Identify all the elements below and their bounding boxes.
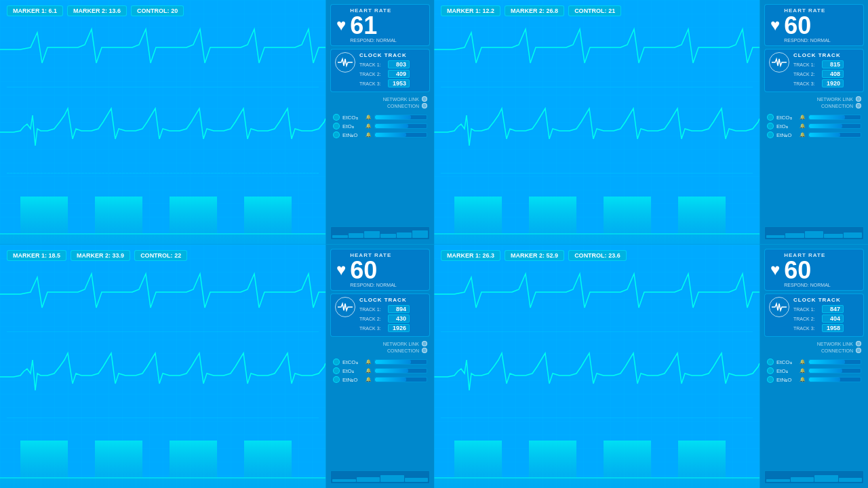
ecg-wave-br-2 <box>434 336 760 414</box>
ct-label: CLOCK TRACK <box>359 52 425 58</box>
mini-bar-item <box>380 234 396 238</box>
control-badge: CONTROL: 20 <box>131 5 184 16</box>
marker2-badge: MARKER 2: 13.6 <box>67 5 127 16</box>
gas3-bar <box>374 132 427 138</box>
gas2-bar <box>374 123 427 129</box>
track3-value: 1953 <box>388 79 410 87</box>
clock-icon <box>335 52 355 73</box>
gas-row-3: EtN₂O 🔔 <box>333 131 427 138</box>
heart-icon-tr: ♥ <box>770 16 780 35</box>
info-panel-top-left: ♥ HEART RATE 61 RESPOND: NORMAL CLOCK TR… <box>326 0 434 244</box>
gas1-label: EtCO₂ <box>342 115 363 121</box>
network-dot <box>422 96 427 102</box>
ecg-wave-bl-2 <box>0 336 326 414</box>
control-badge-tr: CONTROL: 21 <box>568 5 621 16</box>
track2-label: TRACK 2: <box>359 72 385 77</box>
track1-label: TRACK 1: <box>359 62 385 67</box>
info-panel-bottom-left: ♥ HEART RATE 60 RESPOND: NORMAL CLOCK TR… <box>326 244 434 488</box>
pulse-shapes <box>0 176 326 244</box>
info-panel-bottom-right: ♥ HEART RATE 60 RESPOND: NORMAL CLOCK TR… <box>760 244 868 488</box>
divider-tr-2 <box>441 173 753 174</box>
heart-rate-box: ♥ HEART RATE 61 RESPOND: NORMAL <box>330 4 430 46</box>
network-link-label: NETWORK LINK <box>383 97 419 102</box>
gas-row-2: EtO₂ 🔔 <box>333 123 427 129</box>
gas2-label: EtO₂ <box>342 123 363 129</box>
bell-icon-2: 🔔 <box>366 123 372 129</box>
gas2-fill <box>375 124 408 128</box>
gas3-fill <box>375 133 406 137</box>
mini-bar-item <box>332 235 348 238</box>
hr-value: 61 <box>350 14 396 38</box>
gas-section-tr: EtCO₂ 🔔 EtO₂ 🔔 EtN₂O 🔔 <box>764 113 864 140</box>
network-section-tr: NETWORK LINK CONNECTION <box>764 95 864 110</box>
mini-bar-item <box>397 232 412 238</box>
marker-bar-top-right: MARKER 1: 12.2 MARKER 2: 26.8 CONTROL: 2… <box>441 5 621 16</box>
ecg-wave-br-1 <box>434 264 760 325</box>
ecg-wave-1 <box>0 19 326 80</box>
monitor-panel-top-left: MARKER 1: 6.1 MARKER 2: 13.6 CONTROL: 20 <box>0 0 326 244</box>
marker-bar-bottom-right: MARKER 1: 26.3 MARKER 2: 52.9 CONTROL: 2… <box>441 250 627 261</box>
marker1-badge-tr: MARKER 1: 12.2 <box>441 5 500 16</box>
mini-bar-tr <box>764 226 864 240</box>
gas-row-1: EtCO₂ 🔔 <box>333 114 427 121</box>
monitor-panel-top-right: MARKER 1: 12.2 MARKER 2: 26.8 CONTROL: 2… <box>434 0 760 244</box>
heart-icon: ♥ <box>336 16 346 35</box>
gas-indicator-1 <box>333 114 340 121</box>
ecg-wave-bl-1 <box>0 264 326 325</box>
divider-1 <box>7 87 319 87</box>
ct-label-tr: CLOCK TRACK <box>793 52 859 58</box>
marker-bar-top-left: MARKER 1: 6.1 MARKER 2: 13.6 CONTROL: 20 <box>7 5 184 16</box>
heart-rate-box-tr: ♥ HEART RATE 60 RESPOND: NORMAL <box>764 4 864 46</box>
mini-bar-item <box>412 230 428 238</box>
hr-respond: RESPOND: NORMAL <box>350 38 396 43</box>
mini-bar-item <box>364 231 380 238</box>
connection-dot <box>422 103 427 108</box>
gas3-label: EtN₂O <box>342 132 363 138</box>
connection-label: CONNECTION <box>387 104 419 108</box>
ecg-wave-tr-1 <box>434 19 760 80</box>
pulse-shapes-br <box>434 420 760 488</box>
info-panel-top-right: ♥ HEART RATE 60 RESPOND: NORMAL CLOCK TR… <box>760 0 868 244</box>
horiz-sep <box>0 244 868 245</box>
network-section: NETWORK LINK CONNECTION <box>330 95 430 110</box>
ecg-wave-2 <box>0 92 326 169</box>
mini-bar <box>330 226 430 240</box>
hr-value-tr: 60 <box>784 14 830 38</box>
divider-2 <box>7 173 319 174</box>
clock-track-box: CLOCK TRACK TRACK 1: 803 TRACK 2: 409 TR… <box>330 49 430 92</box>
track1-value: 803 <box>388 60 410 68</box>
gas1-bar <box>374 115 427 120</box>
network-dot-tr <box>856 96 861 102</box>
gas1-fill <box>375 115 411 119</box>
gas-indicator-3 <box>333 131 340 138</box>
marker2-badge-tr: MARKER 2: 26.8 <box>505 5 564 16</box>
bell-icon-3: 🔔 <box>366 132 372 138</box>
gas-section: EtCO₂ 🔔 EtO₂ 🔔 EtN₂O 🔔 <box>330 113 430 140</box>
hr-respond-tr: RESPOND: NORMAL <box>784 38 830 43</box>
pulse-shapes-tr <box>434 176 760 244</box>
divider-tr-1 <box>441 87 753 87</box>
ecg-wave-tr-2 <box>434 92 760 169</box>
track3-label: TRACK 3: <box>359 81 385 86</box>
track2-value: 409 <box>388 70 410 78</box>
marker-bar-bottom-left: MARKER 1: 18.5 MARKER 2: 33.9 CONTROL: 2… <box>7 250 187 261</box>
monitor-panel-bottom-left: MARKER 1: 18.5 MARKER 2: 33.9 CONTROL: 2… <box>0 244 326 488</box>
connection-dot-tr <box>856 103 861 108</box>
pulse-shapes-bl <box>0 420 326 488</box>
clock-track-box-tr: CLOCK TRACK TRACK 1: 815 TRACK 2: 408 TR… <box>764 49 864 92</box>
monitor-panel-bottom-right: MARKER 1: 26.3 MARKER 2: 52.9 CONTROL: 2… <box>434 244 760 488</box>
clock-icon-tr <box>769 52 789 73</box>
gas-indicator-2 <box>333 123 340 129</box>
marker1-badge: MARKER 1: 6.1 <box>7 5 63 16</box>
mini-bar-item <box>349 233 364 238</box>
bell-icon-1: 🔔 <box>366 115 372 120</box>
